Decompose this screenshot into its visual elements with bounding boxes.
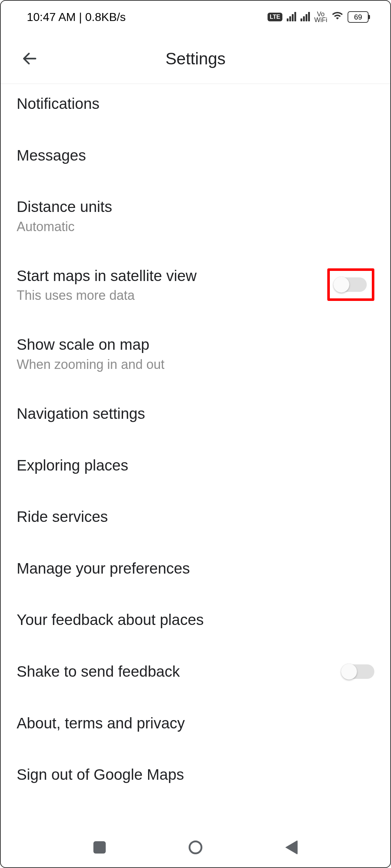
- setting-messages[interactable]: Messages: [1, 130, 390, 182]
- toggle-thumb: [333, 277, 349, 293]
- home-button[interactable]: [185, 837, 206, 858]
- shake-feedback-toggle[interactable]: [342, 664, 374, 679]
- satellite-view-toggle[interactable]: [335, 277, 367, 292]
- recents-button[interactable]: [89, 837, 110, 858]
- setting-show-scale[interactable]: Show scale on map When zooming in and ou…: [1, 319, 390, 388]
- battery-icon: 69: [348, 11, 369, 23]
- android-nav-bar: [1, 827, 390, 867]
- setting-navigation[interactable]: Navigation settings: [1, 388, 390, 440]
- setting-title: Exploring places: [17, 456, 374, 476]
- signal-icon-2: [300, 13, 310, 21]
- setting-subtitle: When zooming in and out: [17, 357, 374, 372]
- setting-shake-feedback[interactable]: Shake to send feedback: [1, 646, 390, 698]
- setting-title: Show scale on map: [17, 335, 374, 355]
- setting-sign-out[interactable]: Sign out of Google Maps: [1, 749, 390, 801]
- back-button[interactable]: [15, 44, 44, 73]
- toggle-thumb: [341, 664, 357, 680]
- lte-icon: LTE: [268, 13, 282, 21]
- status-icons: LTE VoWiFi 69: [268, 10, 369, 24]
- setting-title: Distance units: [17, 197, 374, 217]
- setting-satellite-view[interactable]: Start maps in satellite view This uses m…: [1, 250, 390, 319]
- arrow-left-icon: [21, 50, 38, 67]
- network-speed: 0.8KB/s: [85, 10, 126, 24]
- setting-distance-units[interactable]: Distance units Automatic: [1, 181, 390, 250]
- setting-title: Messages: [17, 146, 374, 166]
- highlight-annotation: [327, 268, 374, 301]
- separator: |: [76, 10, 85, 24]
- setting-subtitle: This uses more data: [17, 288, 327, 303]
- setting-title: Manage your preferences: [17, 559, 374, 579]
- time-text: 10:47 AM: [27, 10, 76, 24]
- status-bar: 10:47 AM | 0.8KB/s LTE VoWiFi 69: [1, 1, 390, 33]
- setting-title: Ride services: [17, 507, 374, 527]
- setting-your-feedback[interactable]: Your feedback about places: [1, 594, 390, 646]
- settings-list: Notifications Messages Distance units Au…: [1, 84, 390, 801]
- setting-notifications[interactable]: Notifications: [1, 84, 390, 130]
- setting-manage-preferences[interactable]: Manage your preferences: [1, 543, 390, 595]
- setting-title: Navigation settings: [17, 404, 374, 424]
- status-time: 10:47 AM | 0.8KB/s: [27, 10, 126, 24]
- battery-level: 69: [354, 13, 362, 21]
- circle-icon: [189, 841, 202, 854]
- vowifi-icon: VoWiFi: [314, 11, 327, 23]
- setting-title: About, terms and privacy: [17, 714, 374, 733]
- setting-title: Start maps in satellite view: [17, 266, 327, 286]
- setting-about-terms[interactable]: About, terms and privacy: [1, 698, 390, 749]
- setting-exploring-places[interactable]: Exploring places: [1, 440, 390, 492]
- back-nav-button[interactable]: [281, 837, 302, 858]
- app-bar: Settings: [1, 33, 390, 84]
- triangle-icon: [285, 840, 298, 855]
- setting-title: Your feedback about places: [17, 610, 374, 630]
- wifi-icon: [332, 10, 343, 24]
- square-icon: [93, 841, 106, 854]
- setting-title: Shake to send feedback: [17, 662, 342, 682]
- setting-title: Sign out of Google Maps: [17, 765, 374, 785]
- signal-icon-1: [287, 13, 296, 21]
- setting-ride-services[interactable]: Ride services: [1, 491, 390, 543]
- page-title: Settings: [165, 49, 226, 68]
- setting-title: Notifications: [17, 94, 374, 114]
- setting-subtitle: Automatic: [17, 219, 374, 234]
